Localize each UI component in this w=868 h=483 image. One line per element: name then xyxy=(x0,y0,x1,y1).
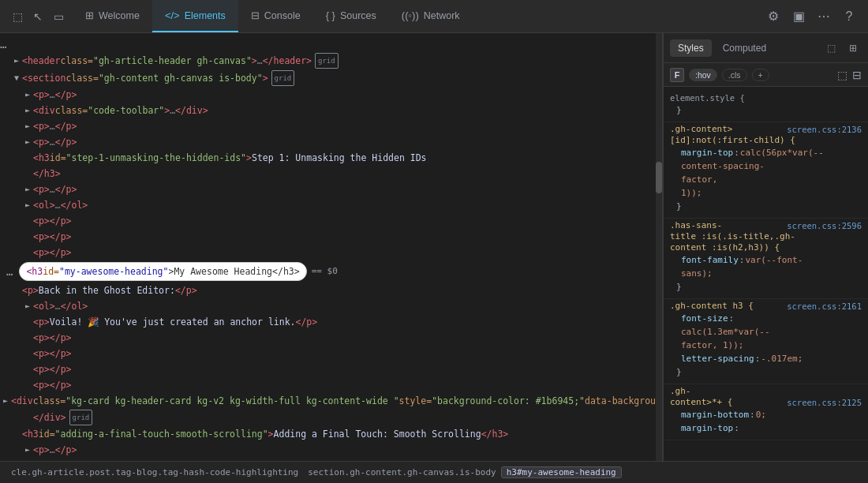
status-crumb-2[interactable]: section.gh-content.gh-canvas.is-body xyxy=(303,467,500,477)
tab-console[interactable]: ⊟ Console xyxy=(238,0,313,32)
css-selector-2: .has-sans- xyxy=(670,220,722,230)
network-icon: ((◦)) xyxy=(402,9,419,21)
css-prop-margin-top: margin-top : calc(56px*var(-- xyxy=(670,146,862,159)
dom-line-header[interactable]: <header class= "gh-article-header gh-can… xyxy=(0,52,662,69)
tab-welcome[interactable]: ⊞ Welcome xyxy=(73,0,152,32)
css-rules-panel[interactable]: element.style { } .gh-content> screen.cs… xyxy=(664,87,868,461)
status-crumb-1[interactable]: cle.gh-article.post.tag-blog.tag-hash-co… xyxy=(6,467,303,477)
shadow-icon[interactable]: ⬚ xyxy=(822,39,840,57)
triangle-p1[interactable] xyxy=(22,88,33,102)
css-selector-2b: title :is(.is-title,.gh- xyxy=(670,231,795,242)
triangle-p-last1[interactable] xyxy=(22,443,33,457)
inspect-icon[interactable]: ↖ xyxy=(30,9,46,24)
styles-tabs-bar: Styles Computed ⬚ ⊞ xyxy=(664,33,868,63)
dom-line-ol2[interactable]: <ol> … </ol> xyxy=(0,298,662,314)
css-file-link-1[interactable]: screen.css:2136 xyxy=(787,125,862,134)
css-close-3: } xyxy=(670,365,862,379)
tab-sources[interactable]: { } Sources xyxy=(313,0,389,32)
tab-styles[interactable]: Styles xyxy=(670,39,712,57)
dom-line-ep4[interactable]: <p> </p> xyxy=(0,377,662,393)
dom-line-selected-h3[interactable]: … <h3 id= "my-awesome-heading" > My Awes… xyxy=(0,260,662,283)
dom-line-h3-final[interactable]: <h3 id= "adding-a-final-touch-smooth-scr… xyxy=(0,426,662,442)
dom-line-nested-p2[interactable]: <p> </p> xyxy=(0,229,662,245)
dom-line-div-toolbar[interactable]: <div class= "code-toolbar" > … </div> xyxy=(0,103,662,118)
styles-panel: Styles Computed ⬚ ⊞ F :hov .cls + xyxy=(663,33,868,461)
dom-line-ep3[interactable]: <p> </p> xyxy=(0,361,662,377)
css-selector-1: .gh-content> xyxy=(670,124,732,134)
more-icon[interactable]: ⋯ xyxy=(814,7,833,26)
dom-line-close-div[interactable]: </div> grid xyxy=(0,409,662,426)
css-rule-gh-content-h3: .gh-content h3 { screen.css:2161 font-si… xyxy=(664,299,868,384)
css-prop-margin-top-final: margin-top : xyxy=(670,421,862,435)
triangle-header[interactable] xyxy=(11,54,22,68)
selected-dots-icon: … xyxy=(6,264,13,279)
css-prop-margin-top-2: content-spacing- xyxy=(670,159,862,173)
triangle-ol2[interactable] xyxy=(22,299,33,313)
dom-line-ep1[interactable]: <p> </p> xyxy=(0,330,662,346)
css-prop-font-size-2: calc(1.3em*var(-- xyxy=(670,325,862,339)
triangle-p-last2[interactable] xyxy=(22,459,33,461)
filter-hov-button[interactable]: :hov xyxy=(689,69,717,81)
tab-bar: ⬚ ↖ ▭ ⊞ Welcome </> Elements ⊟ Console {… xyxy=(0,0,868,33)
dollar-zero-label: == $0 xyxy=(312,264,338,279)
css-file-link-3[interactable]: screen.css:2161 xyxy=(787,301,862,311)
dom-line-p-last1[interactable]: <p> … </p> xyxy=(0,442,662,458)
css-selector-4b: content>*+ { xyxy=(670,397,732,407)
css-prop-font-family: font-family : var(--font- xyxy=(670,253,862,267)
tab-computed[interactable]: Computed xyxy=(715,39,774,57)
dom-line-section[interactable]: <section class= "gh-content gh-canvas is… xyxy=(0,69,662,87)
new-style-icon[interactable]: ⊞ xyxy=(844,39,862,57)
styles-tab-icons: ⬚ ⊞ xyxy=(822,39,862,57)
triangle-p4[interactable] xyxy=(22,182,33,197)
css-file-link-2[interactable]: screen.css:2596 xyxy=(787,221,862,230)
dom-line-ep2[interactable]: <p> </p> xyxy=(0,346,662,361)
triangle-p3[interactable] xyxy=(22,135,33,149)
status-bar: cle.gh-article.post.tag-blog.tag-hash-co… xyxy=(0,461,868,483)
css-prop-font-size: font-size : xyxy=(670,312,862,325)
dom-line-nested-p1[interactable]: <p> </p> xyxy=(0,213,662,229)
css-prop-font-size-3: factor, 1)); xyxy=(670,339,862,352)
status-crumb-3[interactable]: h3#my-awesome-heading xyxy=(501,466,622,478)
triangle-ol[interactable] xyxy=(22,198,33,212)
dom-line-p-last2[interactable]: <p> … </p> xyxy=(0,458,662,461)
dom-line-p1[interactable]: <p> … </p> xyxy=(0,87,662,103)
triangle-p2[interactable] xyxy=(22,119,33,133)
dom-line-p2[interactable]: <p> … </p> xyxy=(0,118,662,134)
tab-computed-label: Computed xyxy=(723,43,766,54)
tab-welcome-label: Welcome xyxy=(99,10,140,21)
triangle-toolbar[interactable] xyxy=(22,103,33,118)
device-icon[interactable]: ⬚ xyxy=(9,9,25,24)
filter-f-button[interactable]: F xyxy=(670,68,684,82)
dom-line-div-kg[interactable]: <div class= "kg-card kg-header-card kg-v… xyxy=(0,393,662,409)
triangle-section[interactable] xyxy=(11,71,22,85)
dom-panel[interactable]: … <header class= "gh-article-header gh-c… xyxy=(0,33,663,461)
elements-icon: </> xyxy=(165,9,180,21)
dom-line-p3[interactable]: <p> … </p> xyxy=(0,134,662,150)
tab-network[interactable]: ((◦)) Network xyxy=(389,0,473,32)
console-icon: ⊟ xyxy=(251,9,260,21)
dom-line-ol[interactable]: <ol> … </ol> xyxy=(0,197,662,213)
triangle-kg[interactable] xyxy=(0,394,11,408)
shadow-filter-icon[interactable]: ⬚ xyxy=(837,69,847,81)
dock-icon[interactable]: ▣ xyxy=(789,7,808,26)
css-file-link-4[interactable]: screen.css:2125 xyxy=(787,398,862,407)
tab-console-label: Console xyxy=(264,10,301,21)
tab-elements[interactable]: </> Elements xyxy=(152,0,238,32)
mobile-icon[interactable]: ▭ xyxy=(51,9,66,24)
filter-plus-button[interactable]: + xyxy=(752,69,769,81)
filter-cls-button[interactable]: .cls xyxy=(722,69,747,81)
help-icon[interactable]: ? xyxy=(840,7,859,26)
export-icon[interactable]: ⊟ xyxy=(852,69,862,81)
dom-line-p4[interactable]: <p> … </p> xyxy=(0,182,662,197)
css-selector-3: .gh-content h3 { xyxy=(670,301,754,311)
dom-line-p-back[interactable]: <p> Back in the Ghost Editor: </p> xyxy=(0,283,662,298)
sources-icon: { } xyxy=(326,9,335,21)
css-prop-margin-top-3: factor, xyxy=(670,173,862,186)
css-rule-has-sans: .has-sans- screen.css:2596 title :is(.is… xyxy=(664,219,868,299)
filter-icons: ⬚ ⊟ xyxy=(837,69,862,81)
dom-line-nested-p3[interactable]: <p> </p> xyxy=(0,245,662,260)
dom-line-h3-step1[interactable]: <h3 id= "step-1-unmasking-the-hidden-ids… xyxy=(0,150,662,166)
settings-icon[interactable]: ⚙ xyxy=(764,7,783,26)
dom-line-p-voila[interactable]: <p> Voila! 🎉 You've just created an anch… xyxy=(0,314,662,330)
css-prop-margin-bottom: margin-bottom : 0; xyxy=(670,408,862,421)
